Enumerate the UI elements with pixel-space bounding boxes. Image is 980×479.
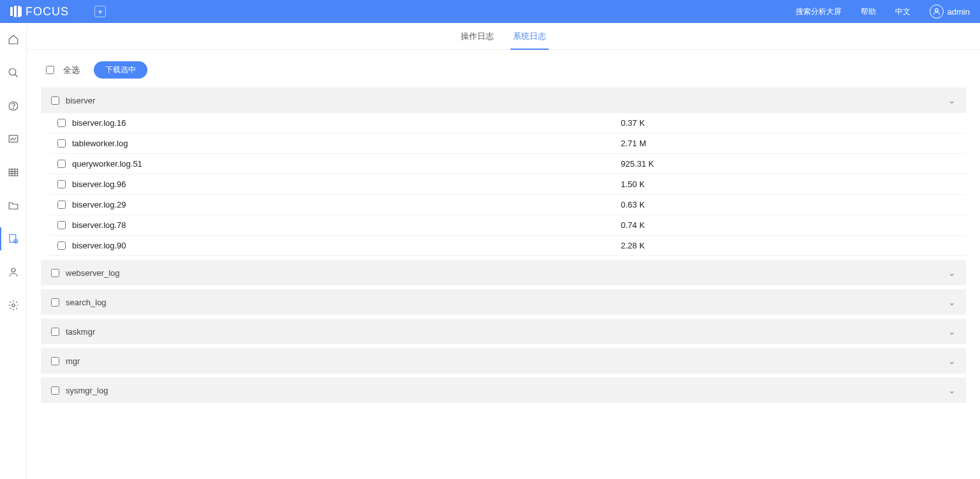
link-help[interactable]: 帮助: [861, 6, 876, 17]
sidebar: [0, 23, 27, 479]
file-checkbox[interactable]: [57, 119, 66, 127]
file-row[interactable]: biserver.log.290.63 K: [50, 195, 966, 215]
log-group-header[interactable]: biserver⌄: [41, 87, 966, 113]
sidebar-system[interactable]: [0, 231, 27, 247]
chevron-down-icon: ⌄: [948, 95, 956, 105]
group-name: mgr: [66, 356, 948, 366]
system-config-icon: [8, 233, 19, 245]
file-size: 2.71 M: [621, 139, 646, 148]
file-row[interactable]: tableworker.log2.71 M: [50, 133, 966, 154]
folder-icon: [8, 200, 19, 211]
svg-point-16: [11, 304, 15, 307]
user-menu[interactable]: admin: [930, 4, 970, 19]
chevron-down-icon: ⌄: [948, 297, 956, 307]
group-name: search_log: [66, 298, 948, 307]
user-name: admin: [947, 7, 970, 17]
file-checkbox[interactable]: [57, 201, 66, 209]
tab-operation-log[interactable]: 操作日志: [461, 23, 494, 50]
group-checkbox[interactable]: [51, 357, 59, 365]
app-logo: FOCUS: [10, 5, 69, 19]
download-button[interactable]: 下载选中: [94, 61, 147, 79]
logo-icon: [10, 6, 22, 17]
sidebar-chart[interactable]: [0, 132, 27, 147]
chevron-down-icon: ⌄: [948, 385, 956, 395]
group-name: biserver: [66, 96, 948, 105]
group-checkbox[interactable]: [51, 328, 59, 336]
file-checkbox[interactable]: [57, 160, 66, 168]
sidebar-user[interactable]: [0, 264, 27, 280]
file-row[interactable]: biserver.log.902.28 K: [50, 236, 966, 256]
group-checkbox[interactable]: [51, 269, 59, 277]
file-row[interactable]: biserver.log.160.37 K: [50, 113, 966, 133]
file-checkbox[interactable]: [57, 221, 66, 229]
chart-icon: [8, 133, 19, 145]
log-group-header[interactable]: webserver_log⌄: [41, 260, 966, 285]
sidebar-home[interactable]: [0, 32, 27, 47]
log-group-header[interactable]: sysmgr_log⌄: [41, 377, 966, 403]
file-size: 0.74 K: [621, 220, 645, 230]
sidebar-search[interactable]: [0, 65, 27, 80]
sidebar-table[interactable]: [0, 165, 27, 180]
group-name: taskmgr: [66, 327, 948, 337]
svg-point-6: [13, 108, 13, 109]
log-group-header[interactable]: search_log⌄: [41, 289, 966, 315]
chevron-down-icon: ⌄: [948, 326, 956, 337]
svg-rect-1: [14, 6, 17, 17]
file-row[interactable]: biserver.log.961.50 K: [50, 174, 966, 195]
sidebar-help[interactable]: [0, 98, 27, 114]
file-row[interactable]: biserver.log.780.74 K: [50, 215, 966, 236]
chevron-down-icon: ⌄: [948, 268, 956, 278]
file-name: biserver.log.29: [72, 200, 621, 209]
user-icon: [8, 266, 19, 278]
file-checkbox[interactable]: [57, 180, 66, 188]
file-size: 0.63 K: [621, 200, 645, 209]
gear-icon: [8, 300, 19, 311]
file-checkbox[interactable]: [57, 139, 66, 148]
group-checkbox[interactable]: [51, 386, 59, 395]
chevron-down-icon: ⌄: [948, 356, 956, 366]
svg-rect-8: [9, 169, 18, 176]
sidebar-settings[interactable]: [0, 298, 27, 313]
content-area: 全选 下载选中 biserver⌄biserver.log.160.37 Kta…: [27, 50, 980, 479]
log-group-header[interactable]: taskmgr⌄: [41, 319, 966, 344]
file-name: biserver.log.96: [72, 179, 621, 189]
file-name: biserver.log.90: [72, 241, 621, 250]
log-group-header[interactable]: mgr⌄: [41, 348, 966, 374]
file-name: tableworker.log: [72, 139, 621, 148]
search-icon: [8, 67, 19, 79]
table-icon: [8, 167, 19, 178]
file-name: biserver.log.78: [72, 220, 621, 230]
new-tab-button[interactable]: +: [94, 6, 106, 17]
select-all-checkbox[interactable]: [46, 66, 54, 74]
app-name: FOCUS: [26, 5, 69, 19]
select-all-label: 全选: [63, 65, 80, 76]
svg-rect-0: [10, 7, 13, 16]
top-bar: FOCUS + 搜索分析大屏 帮助 中文 admin: [0, 0, 980, 23]
file-row[interactable]: queryworker.log.51925.31 K: [50, 154, 966, 174]
question-icon: [8, 100, 19, 112]
file-size: 0.37 K: [621, 118, 645, 128]
group-checkbox[interactable]: [51, 96, 59, 105]
file-name: biserver.log.16: [72, 118, 621, 128]
file-checkbox[interactable]: [57, 241, 66, 250]
svg-line-4: [15, 74, 18, 77]
tab-bar: 操作日志 系统日志: [27, 23, 980, 50]
link-search-dashboard[interactable]: 搜索分析大屏: [796, 6, 842, 17]
svg-point-2: [935, 9, 938, 12]
toolbar: 全选 下载选中: [41, 50, 966, 87]
file-size: 925.31 K: [621, 159, 654, 169]
file-size: 1.50 K: [621, 179, 645, 189]
sidebar-folder[interactable]: [0, 198, 27, 213]
file-list: biserver.log.160.37 Ktableworker.log2.71…: [41, 113, 966, 256]
group-checkbox[interactable]: [51, 298, 59, 307]
group-name: webserver_log: [66, 268, 948, 278]
link-language[interactable]: 中文: [895, 6, 910, 17]
group-name: sysmgr_log: [66, 386, 948, 395]
svg-point-15: [11, 268, 15, 272]
tab-system-log[interactable]: 系统日志: [513, 23, 546, 50]
avatar-icon: [930, 4, 944, 19]
home-icon: [8, 34, 19, 45]
file-name: queryworker.log.51: [72, 159, 621, 169]
file-size: 2.28 K: [621, 241, 645, 250]
svg-point-3: [9, 68, 16, 75]
